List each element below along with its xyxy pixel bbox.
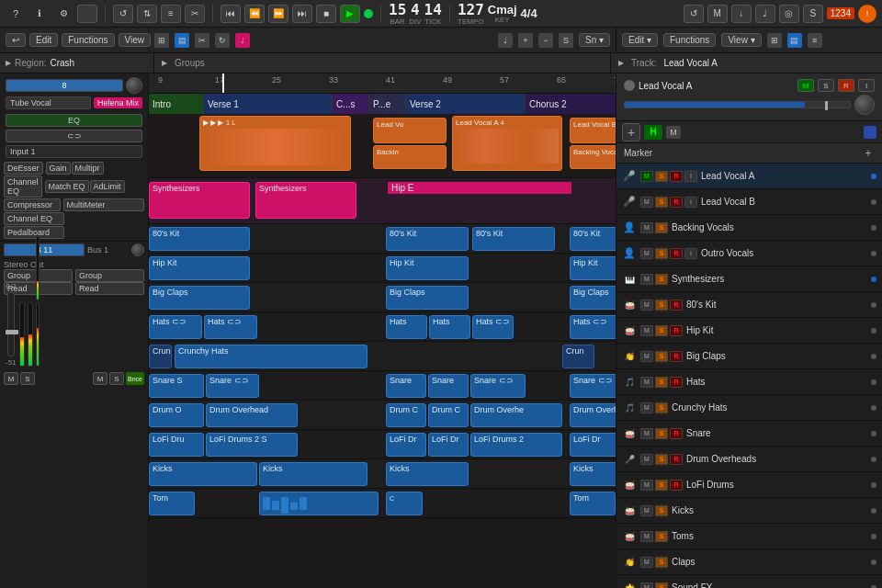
mixer-row-lead-vocal-a[interactable]: 🎤 M S R I Lead Vocal A <box>616 164 882 189</box>
s-btn-ha[interactable]: S <box>655 377 668 388</box>
crunch-clip-2[interactable]: Crun <box>562 345 594 368</box>
view-menu-btn-right[interactable]: View ▾ <box>721 33 761 47</box>
cut-icon[interactable]: ✂ <box>185 5 205 23</box>
mixer-row-bigclaps[interactable]: 👏 M S R Big Claps <box>616 344 882 369</box>
mixer-row-claps[interactable]: 👏 M S Claps <box>616 549 882 575</box>
m-btn-cl[interactable]: M <box>640 557 653 568</box>
r-btn-lva[interactable]: R <box>670 171 683 182</box>
cs-marker[interactable]: C...s <box>333 94 369 114</box>
eq-btn[interactable]: EQ <box>6 114 142 127</box>
track-expand-icon[interactable]: ▶ <box>618 59 624 67</box>
r-btn-bc[interactable]: R <box>670 351 683 362</box>
hats-clip-5[interactable]: Hats ⊂⊃ <box>472 315 514 339</box>
snare-clip-5[interactable]: Snare ⊂⊃ <box>470 374 526 398</box>
drum-c-clip-2[interactable]: Drum C <box>428 403 469 427</box>
snare-clip-4[interactable]: Snare <box>428 374 469 398</box>
lead-vocal-a-clip-1[interactable]: ▶ ▶ ▶ 1 L <box>199 116 351 171</box>
add-marker-btn[interactable]: + <box>862 147 875 160</box>
marker-color-btn[interactable] <box>864 126 876 139</box>
grid-icon-right[interactable]: ⊞ <box>767 33 782 48</box>
m-btn-sf[interactable]: M <box>640 582 653 589</box>
region-expand-icon[interactable]: ▶ <box>6 59 11 67</box>
functions-menu-btn-right[interactable]: Functions <box>663 33 716 47</box>
r-btn-ld[interactable]: R <box>670 480 683 491</box>
r-btn-hk[interactable]: R <box>670 325 683 336</box>
rewind-btn[interactable]: ⏪ <box>244 5 265 23</box>
div-display[interactable]: 14 TICK <box>424 1 442 26</box>
multipr-btn[interactable]: Multipr <box>72 162 104 175</box>
capture-icon[interactable]: ↓ <box>731 5 752 23</box>
hats-clip-1[interactable]: Hats ⊂⊃ <box>149 315 202 339</box>
midi-icon[interactable]: M <box>707 5 728 23</box>
snap-icon[interactable]: S <box>559 33 573 48</box>
preset-name-1[interactable]: Tube Vocal <box>6 96 91 109</box>
m-btn-hk[interactable]: M <box>640 325 653 336</box>
quick-help-icon[interactable]: ? <box>6 5 26 23</box>
r-btn-lvb[interactable]: R <box>670 197 683 208</box>
m-btn-sn[interactable]: M <box>640 428 653 439</box>
master-icon[interactable]: ◎ <box>779 5 799 23</box>
match-eq-btn[interactable]: Match EQ <box>45 180 89 193</box>
80s-kit-clip-4[interactable]: 80's Kit <box>570 227 616 251</box>
read-btn-right[interactable]: Read <box>75 282 144 295</box>
hip-kit-clip-2[interactable]: Hip Kit <box>386 256 469 280</box>
m-btn-bc[interactable]: M <box>640 351 653 362</box>
lofi-dr-clip-2[interactable]: LoFi Dr <box>386 433 426 457</box>
mixer-row-hip[interactable]: 🥁 M S R Hip Kit <box>616 318 882 344</box>
snare-clip-1[interactable]: Snare S <box>149 374 204 398</box>
bus-pan-knob[interactable] <box>131 243 144 256</box>
mixer-row-synth[interactable]: 🎹 M S Synthesizers <box>616 266 882 292</box>
s-btn-ov[interactable]: S <box>655 248 668 259</box>
m-btn-sy[interactable]: M <box>640 274 653 285</box>
scissors-icon[interactable]: ✂ <box>195 33 209 48</box>
key-icon[interactable]: ♩ <box>498 33 513 48</box>
edit-icon[interactable]: ≡ <box>161 5 181 23</box>
snare-clip-3[interactable]: Snare <box>386 374 426 398</box>
arrange-icon[interactable]: ▤ <box>175 33 189 48</box>
synth-clip-1[interactable]: Synthesizers <box>149 182 250 219</box>
piano-icon[interactable]: ≡ <box>808 33 822 48</box>
compressor-btn[interactable]: Compressor <box>4 198 61 211</box>
fader[interactable] <box>7 292 15 356</box>
chorus2-marker[interactable]: Chorus 2 <box>526 94 616 114</box>
mixer-row-backing-vocals[interactable]: 👤 M S Backing Vocals <box>616 215 882 241</box>
tom-clip-1[interactable]: Tom <box>149 492 195 515</box>
m-btn-lvb[interactable]: M <box>640 197 653 208</box>
hip-kit-clip-1[interactable]: Hip Kit <box>149 256 250 280</box>
big-claps-clip-2[interactable]: Big Claps <box>386 286 469 310</box>
big-claps-clip-3[interactable]: Big Claps <box>570 286 616 310</box>
pedalboard-btn[interactable]: Pedalboard <box>4 226 64 239</box>
80s-kit-clip-3[interactable]: 80's Kit <box>472 227 555 251</box>
m-btn-lva[interactable]: M <box>640 171 653 182</box>
forward-btn[interactable]: ⏩ <box>268 5 288 23</box>
record-btn-header[interactable]: R <box>838 79 854 92</box>
deeser-btn[interactable]: DeEsser <box>4 162 43 175</box>
80s-kit-clip-1[interactable]: 80's Kit <box>149 227 250 251</box>
bar-display[interactable]: 15 BAR <box>389 1 406 26</box>
r-btn-ov[interactable]: R <box>670 248 683 259</box>
mixer-row-80s[interactable]: 🥁 M S R 80's Kit <box>616 292 882 318</box>
edit-menu-btn[interactable]: Edit <box>29 33 58 47</box>
edit-menu-btn-right[interactable]: Edit ▾ <box>622 33 658 47</box>
cpu-icon[interactable] <box>77 5 97 23</box>
mixer-row-toms[interactable]: 🥁 M S Toms <box>616 524 882 549</box>
snare-clip-6[interactable]: Snare ⊂⊃ <box>570 374 616 398</box>
channel-eq-btn[interactable]: Channel EQ <box>4 175 42 198</box>
mute-btn-bottom[interactable]: M <box>4 372 18 385</box>
drum-overhe-clip-3[interactable]: Drum Overhe <box>570 403 616 427</box>
loop-icon[interactable]: ↺ <box>684 5 704 23</box>
m-btn-ki[interactable]: M <box>640 505 653 516</box>
m-btn-ov[interactable]: M <box>640 248 653 259</box>
lofi-drums-2-clip[interactable]: LoFi Drums 2 S <box>206 433 298 457</box>
lead-vocal-b-clip[interactable]: Lead Vocal B <box>570 118 616 143</box>
s-btn-do[interactable]: S <box>655 454 668 465</box>
drum-overhead-clip-1[interactable]: Drum Overhead <box>206 403 298 427</box>
m-btn-do[interactable]: M <box>640 454 653 465</box>
s-btn-hk[interactable]: S <box>655 325 668 336</box>
s-btn-bv[interactable]: S <box>655 222 668 233</box>
input-label[interactable]: Input 1 <box>6 145 142 158</box>
crunchy-hats-clip[interactable]: Crunchy Hats <box>175 345 368 368</box>
s-btn-80[interactable]: S <box>655 300 668 311</box>
beat-display[interactable]: 4 DIV <box>409 1 421 26</box>
80s-kit-clip-2[interactable]: 80's Kit <box>386 227 469 251</box>
